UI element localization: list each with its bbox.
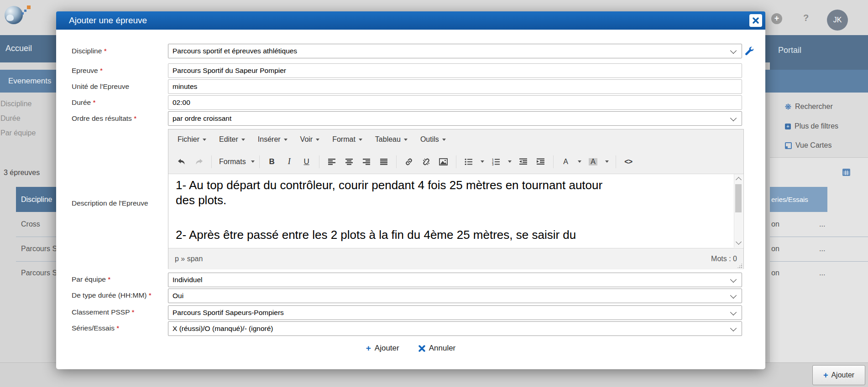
align-center-icon[interactable] [341, 154, 357, 170]
table-row-cell[interactable]: on [771, 245, 779, 253]
epreuve-input[interactable] [168, 63, 742, 78]
numbered-list-options-icon[interactable] [506, 154, 514, 170]
word-count: Mots : 0 [711, 255, 737, 263]
table-row-cell[interactable]: on [771, 269, 779, 277]
outdent-icon[interactable] [516, 154, 531, 170]
background-color-icon[interactable]: A [586, 154, 601, 170]
unite-input[interactable] [168, 79, 742, 94]
add-circle-icon[interactable]: + [771, 13, 782, 24]
chevron-down-icon [730, 276, 737, 283]
align-left-icon[interactable] [324, 154, 340, 170]
add-epreuve-button[interactable]: + Ajouter [812, 365, 865, 385]
editor-content-area[interactable]: 1- Au top départ du contrôleur, courir p… [168, 174, 743, 248]
table-row-cell[interactable]: on [771, 220, 779, 228]
type-duree-select-value: Oui [173, 292, 183, 299]
table-row-overflow[interactable]: ... [819, 269, 825, 277]
submit-button[interactable]: + Ajouter [366, 343, 399, 353]
logo-dot-icon [21, 12, 24, 15]
background-color-options-icon[interactable] [603, 154, 611, 170]
nav-item-accueil[interactable]: Accueil [5, 44, 32, 53]
italic-icon[interactable]: I [282, 154, 297, 170]
row-divider [16, 237, 56, 237]
scroll-up-icon[interactable] [736, 177, 742, 183]
editor-scrollbar[interactable] [734, 174, 743, 248]
filter-actions-panel: Rechercher + Plus de filtres Vue Cartes [770, 93, 868, 157]
plus-icon: + [823, 371, 828, 380]
x-icon [418, 345, 425, 352]
discipline-select[interactable]: Parcours sportif et épreuves athlétiques [168, 44, 742, 58]
close-icon[interactable] [749, 14, 762, 27]
series-select[interactable]: X (réussi)/O (manqué)/- (ignoré) [168, 321, 742, 336]
align-justify-icon[interactable] [376, 154, 392, 170]
column-header-discipline[interactable]: Discipline [16, 187, 56, 212]
type-duree-select[interactable]: Oui [168, 289, 742, 303]
scroll-down-icon[interactable] [736, 239, 742, 245]
card-view-link[interactable]: Vue Cartes [785, 141, 831, 150]
menu-editer[interactable]: Editer [213, 129, 251, 150]
more-filters-link[interactable]: + Plus de filtres [785, 122, 838, 131]
unlink-icon[interactable] [418, 154, 434, 170]
classement-select[interactable]: Parcours Sportif Sapeurs-Pompiers [168, 305, 742, 320]
logo-square-icon [27, 5, 31, 9]
chevron-down-icon [241, 139, 245, 141]
chevron-down-icon [730, 325, 737, 331]
menu-fichier[interactable]: Fichier [171, 129, 213, 150]
submit-button-label: Ajouter [375, 344, 399, 353]
scrollbar-thumb[interactable] [735, 184, 742, 212]
bullet-list-options-icon[interactable] [478, 154, 486, 170]
svg-text:3: 3 [492, 163, 494, 165]
source-code-icon[interactable]: <> [621, 154, 636, 170]
table-row-cell[interactable]: Cross [21, 220, 40, 228]
redo-icon[interactable] [191, 154, 207, 170]
user-avatar[interactable]: JK [827, 10, 848, 31]
logo-dot-icon [24, 10, 26, 12]
table-row-overflow[interactable]: ... [819, 245, 825, 253]
ordre-select[interactable]: par ordre croissant [168, 111, 742, 126]
chevron-down-icon [359, 139, 362, 141]
field-label-ordre: Ordre des résultats * [72, 114, 136, 123]
field-label-duree: Durée * [72, 98, 96, 107]
text-color-options-icon[interactable] [575, 154, 584, 170]
plus-square-icon: + [785, 124, 791, 129]
wrench-icon[interactable] [744, 46, 753, 55]
resize-grip[interactable] [737, 263, 743, 268]
par-equipe-select-value: Individuel [173, 276, 203, 284]
field-label-type-duree: De type durée (HH:MM) * [72, 291, 152, 299]
cancel-button[interactable]: Annuler [418, 343, 456, 353]
menu-voir[interactable]: Voir [294, 129, 326, 150]
bullet-list-icon[interactable] [461, 154, 476, 170]
nav-item-portail[interactable]: Portail [778, 46, 801, 55]
field-label-epreuve: Epreuve * [72, 67, 103, 75]
chevron-down-icon [203, 139, 206, 141]
editor-toolbar: Formats B I U [168, 150, 743, 174]
align-right-icon[interactable] [359, 154, 374, 170]
menu-outils[interactable]: Outils [414, 129, 452, 150]
formats-dropdown[interactable]: Formats [216, 154, 255, 170]
rich-text-editor: Fichier Editer Insérer Voir Format Table… [168, 129, 744, 269]
par-equipe-select[interactable]: Individuel [168, 273, 742, 287]
undo-icon[interactable] [174, 154, 189, 170]
text-color-icon[interactable]: A [558, 154, 574, 170]
underline-icon[interactable]: U [299, 154, 314, 170]
card-view-label: Vue Cartes [795, 141, 831, 150]
classement-select-value: Parcours Sportif Sapeurs-Pompiers [173, 309, 284, 316]
duree-input[interactable] [168, 95, 742, 110]
table-row-overflow[interactable]: ... [819, 220, 825, 228]
help-icon[interactable]: ? [803, 13, 809, 23]
numbered-list-icon[interactable]: 123 [488, 154, 504, 170]
insert-image-icon[interactable] [436, 154, 451, 170]
editor-paragraph: 2- Après être passé entre les 2 plots à … [176, 227, 725, 243]
menu-format[interactable]: Format [326, 129, 369, 150]
search-link[interactable]: Rechercher [785, 102, 833, 111]
column-header-series-essais[interactable]: eries/Essais [770, 187, 827, 212]
table-view-icon[interactable] [842, 169, 850, 176]
indent-icon[interactable] [533, 154, 549, 170]
link-icon[interactable] [401, 154, 417, 170]
bold-icon[interactable]: B [264, 154, 280, 170]
gear-icon [785, 103, 791, 110]
table-row-cell[interactable]: Parcours S [21, 245, 57, 253]
nav-item-evenements[interactable]: Evenements [8, 77, 52, 86]
menu-inserer[interactable]: Insérer [251, 129, 294, 150]
table-row-cell[interactable]: Parcours S [21, 269, 57, 277]
menu-tableau[interactable]: Tableau [369, 129, 414, 150]
